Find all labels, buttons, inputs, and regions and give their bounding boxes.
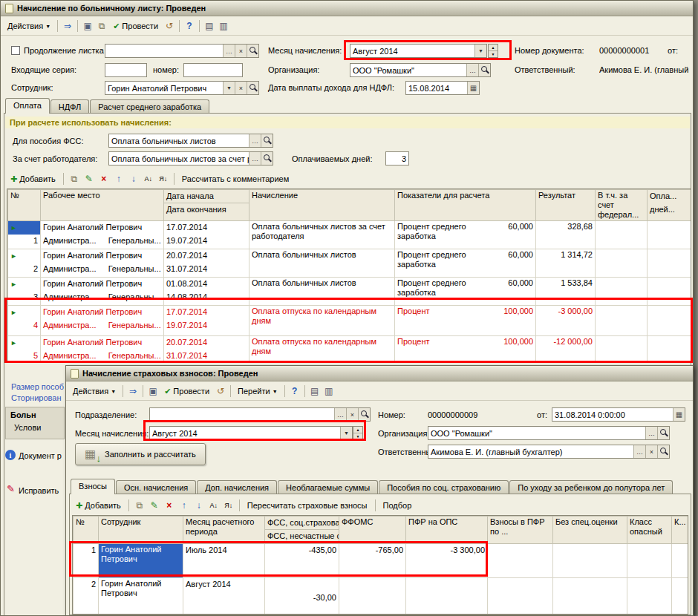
move-up-icon[interactable]: ↑: [177, 499, 191, 512]
pfr-extra-cell[interactable]: [488, 544, 553, 578]
workplace-cell[interactable]: Горин Анатолий Петрович Администра...Ген…: [41, 221, 164, 249]
move-down-icon[interactable]: ↓: [127, 172, 140, 186]
workplace-cell[interactable]: Горин Анатолий Петрович Администра...Ген…: [41, 306, 164, 336]
search-icon[interactable]: [261, 134, 273, 147]
dates-cell[interactable]: 17.07.2014 19.07.2014: [164, 306, 249, 336]
accrual-month-field[interactable]: Август 2014 ▼: [149, 426, 353, 440]
spin-down-icon[interactable]: ▼: [489, 51, 498, 57]
accrual-row-storno[interactable]: ► 4 Горин Анатолий Петрович Администра..…: [8, 306, 691, 336]
month-spinner[interactable]: ▲ ▼: [488, 44, 498, 58]
search-icon[interactable]: [358, 408, 370, 421]
no-assessment-cell[interactable]: [553, 544, 627, 578]
pfr-extra-cell[interactable]: [488, 578, 553, 615]
sort-desc-icon[interactable]: Я↓: [222, 499, 235, 512]
fill-and-calculate-button[interactable]: ▦↓ Заполнить и рассчитать: [75, 443, 206, 465]
employer-accrual-field[interactable]: Оплата больничных листов за счет раб... …: [108, 151, 273, 166]
post-button[interactable]: ✔ Провести: [109, 20, 162, 33]
search-icon[interactable]: [478, 64, 490, 76]
result-cell[interactable]: -3 000,00: [536, 306, 596, 336]
tab-nontaxable[interactable]: Необлагаемые суммы: [278, 480, 378, 494]
accrual-row[interactable]: ► 1 Горин Анатолий Петрович Администра..…: [8, 221, 691, 249]
benefit-size-link[interactable]: Размер пособ: [11, 381, 66, 392]
result-cell[interactable]: -12 000,00: [536, 336, 596, 364]
result-cell[interactable]: 328,68: [536, 221, 596, 249]
search-icon[interactable]: [657, 427, 669, 439]
doc-datetime-field[interactable]: 31.08.2014 0:00:00 ▦: [552, 407, 685, 422]
dates-cell[interactable]: 01.08.2014 14.08.2014: [164, 278, 249, 306]
federal-cell[interactable]: [596, 249, 648, 278]
accrual-cell[interactable]: Оплата отпуска по календарным дням: [249, 336, 395, 364]
fss-cell[interactable]: -435,00: [265, 544, 339, 578]
k-cell[interactable]: [672, 578, 688, 615]
search-icon[interactable]: [657, 445, 669, 458]
marker-cell[interactable]: ► 3: [8, 278, 41, 306]
indicator-cell[interactable]: Процент 100,000: [395, 306, 536, 336]
dates-cell[interactable]: 20.07.2014 31.07.2014: [164, 336, 249, 364]
responsible-field[interactable]: Акимова Е. И. (главный бухгалтер) … ×: [428, 445, 670, 459]
month-cell[interactable]: Июль 2014: [183, 544, 265, 578]
save-icon[interactable]: ▣: [81, 19, 94, 33]
spin-up-icon[interactable]: ▲: [353, 427, 362, 433]
tab-ndfl[interactable]: НДФЛ: [50, 99, 89, 114]
post-and-close-icon[interactable]: ⇒: [61, 19, 74, 33]
k-cell[interactable]: [672, 544, 688, 578]
ffoms-cell[interactable]: -765,00: [339, 544, 406, 578]
employee-field[interactable]: Горин Анатолий Петрович ▼ ×: [105, 81, 259, 95]
continuation-checkbox[interactable]: [11, 46, 20, 55]
class-danger-cell[interactable]: [627, 578, 672, 615]
fss-cell[interactable]: -30,00: [265, 578, 339, 615]
indicator-cell[interactable]: Процент 100,000: [395, 336, 536, 364]
tab-contributions[interactable]: Взносы: [71, 479, 115, 494]
marker-cell[interactable]: ► 5: [8, 336, 41, 364]
edit-row-icon[interactable]: ✎: [82, 172, 96, 186]
sort-desc-icon[interactable]: Я↓: [157, 172, 170, 186]
tab-additional-accruals[interactable]: Доп. начисления: [197, 480, 277, 494]
calc-with-comment-button[interactable]: Рассчитать с комментарием: [178, 173, 293, 185]
result-cell[interactable]: 1 533,84: [536, 278, 596, 306]
clear-icon[interactable]: ×: [645, 445, 657, 458]
tab-main-accruals[interactable]: Осн. начисления: [116, 480, 196, 494]
organization-field[interactable]: ООО "Ромашки" …: [350, 63, 491, 77]
window1-titlebar[interactable]: Начисление по больничному листу: Проведе…: [1, 1, 693, 16]
form-settings-icon[interactable]: ▥: [322, 384, 336, 398]
ellipsis-button[interactable]: …: [633, 445, 645, 458]
accrual-row[interactable]: ► 2 Горин Анатолий Петрович Администра..…: [8, 249, 691, 278]
calendar-icon[interactable]: ▦: [673, 408, 685, 421]
accrual-row-storno[interactable]: ► 5 Горин Анатолий Петрович Администра..…: [8, 336, 691, 364]
move-up-icon[interactable]: ↑: [112, 172, 125, 186]
reread-icon[interactable]: ↺: [214, 384, 227, 398]
edit-row-icon[interactable]: ✎: [148, 499, 161, 512]
dates-cell[interactable]: 20.07.2014 31.07.2014: [164, 249, 249, 278]
sort-asc-icon[interactable]: А↓: [207, 499, 221, 512]
incoming-number-field[interactable]: [183, 63, 243, 77]
accrual-cell[interactable]: Оплата отпуска по календарным дням: [249, 306, 395, 336]
add-row-button[interactable]: ✚ Добавить: [7, 173, 59, 186]
month-spinner[interactable]: ▲ ▼: [353, 426, 363, 440]
help-icon[interactable]: ?: [183, 19, 196, 33]
ellipsis-button[interactable]: …: [334, 408, 346, 421]
window2-titlebar[interactable]: Начисление страховых взносов: Проведен: [66, 366, 693, 381]
employee-cell[interactable]: Горин Анатолий Петрович: [99, 578, 183, 615]
paid-days-cell[interactable]: [648, 249, 691, 278]
number-cell[interactable]: 2: [74, 578, 99, 615]
fss-benefit-field[interactable]: Оплата больничных листов …: [108, 134, 273, 148]
clear-icon[interactable]: ×: [346, 408, 358, 421]
ellipsis-button[interactable]: …: [466, 64, 478, 76]
accrual-month-field[interactable]: Август 2014 ▼: [350, 44, 487, 58]
chevron-down-icon[interactable]: ▼: [223, 82, 235, 94]
federal-cell[interactable]: [596, 278, 648, 306]
marker-cell[interactable]: ► 2: [8, 249, 41, 278]
search-icon[interactable]: [247, 45, 258, 57]
chevron-down-icon[interactable]: ▼: [474, 45, 486, 57]
accrual-cell[interactable]: Оплата больничных листов за счет работод…: [249, 221, 395, 249]
pick-button[interactable]: Подбор: [379, 499, 416, 511]
delete-row-icon[interactable]: ×: [163, 499, 176, 512]
indicator-cell[interactable]: Процент среднего заработка 60,000: [395, 249, 536, 278]
recalculate-contributions-button[interactable]: Пересчитать страховые взносы: [244, 499, 371, 511]
workplace-cell[interactable]: Горин Анатолий Петрович Администра...Ген…: [41, 336, 164, 364]
delete-row-icon[interactable]: ×: [97, 172, 111, 186]
result-cell[interactable]: 1 314,72: [536, 249, 596, 278]
search-icon[interactable]: [261, 152, 273, 165]
ellipsis-button[interactable]: …: [249, 152, 261, 165]
employee-cell-selected[interactable]: Горин Анатолий Петрович: [99, 544, 183, 578]
